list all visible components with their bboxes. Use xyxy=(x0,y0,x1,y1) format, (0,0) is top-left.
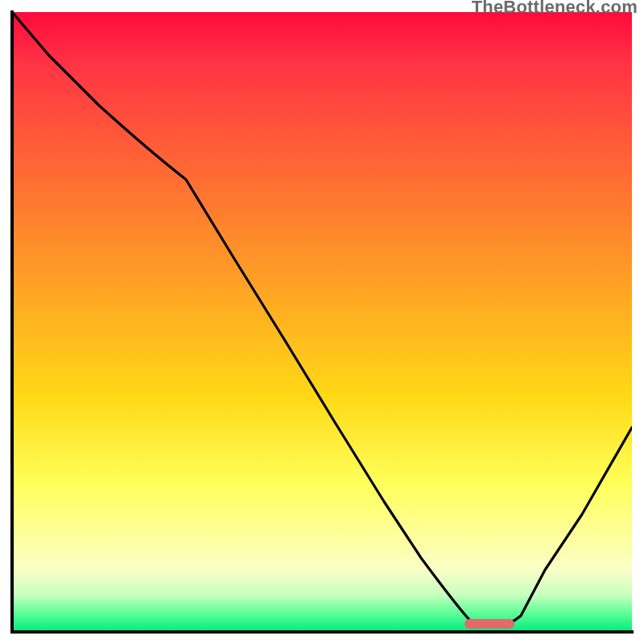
chart-frame: TheBottleneck.com xyxy=(0,0,644,644)
optimal-marker xyxy=(464,619,514,629)
curve-path xyxy=(12,12,632,625)
y-axis xyxy=(10,10,14,634)
x-axis xyxy=(10,630,634,634)
plot-area xyxy=(12,12,632,632)
bottleneck-curve xyxy=(12,12,632,632)
watermark-text: TheBottleneck.com xyxy=(472,0,638,18)
